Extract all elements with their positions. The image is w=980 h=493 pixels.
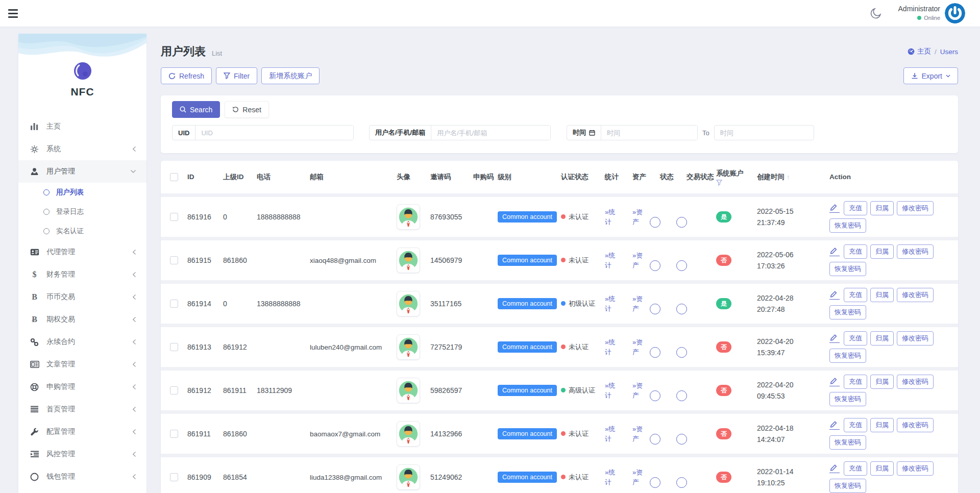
sidebar-item-wallet-management[interactable]: 钱包管理 (18, 465, 146, 488)
stats-link[interactable]: »统计 (605, 294, 620, 314)
action-button[interactable]: 充值 (844, 331, 867, 346)
chevron-left-icon (132, 361, 136, 367)
stats-link[interactable]: »统计 (605, 207, 620, 227)
row-checkbox[interactable] (170, 343, 178, 351)
action-button[interactable]: 归属 (870, 244, 894, 259)
action-button[interactable]: 充值 (844, 375, 867, 389)
sidebar-subitem-user-list[interactable]: 用户列表 (18, 183, 146, 202)
assets-link[interactable]: »资产 (632, 381, 648, 401)
action-button[interactable]: 归属 (870, 375, 894, 389)
time-start-input[interactable] (601, 126, 698, 140)
action-button[interactable]: 归属 (870, 288, 894, 302)
sidebar-item-spot-trading[interactable]: B 币币交易 (18, 286, 146, 308)
action-button[interactable]: 充值 (844, 461, 867, 476)
row-checkbox[interactable] (170, 256, 178, 264)
action-button[interactable]: 修改密码 (897, 461, 934, 476)
sidebar-item-system[interactable]: 系统 (18, 138, 146, 160)
sidebar-item-risk-management[interactable]: 风控管理 (18, 443, 146, 465)
row-checkbox[interactable] (170, 473, 178, 481)
user-info[interactable]: Administrator Online (889, 4, 940, 22)
action-button[interactable]: 充值 (844, 201, 867, 215)
col-header-avatar: 头像 (397, 172, 430, 182)
assets-link[interactable]: »资产 (632, 424, 648, 444)
action-button[interactable]: 充值 (844, 288, 867, 302)
action-button[interactable]: 恢复密码 (829, 305, 866, 319)
sidebar-item-user-management[interactable]: 用户管理 (18, 160, 146, 183)
uid-input[interactable] (195, 126, 353, 140)
cell-email: liuda12388@gmail.com (310, 474, 397, 481)
stats-link[interactable]: »统计 (605, 381, 620, 401)
action-button[interactable]: 恢复密码 (829, 218, 866, 233)
action-button[interactable]: 充值 (844, 244, 867, 259)
search-button[interactable]: Search (172, 101, 220, 118)
row-checkbox[interactable] (170, 386, 178, 395)
assets-link[interactable]: »资产 (632, 294, 648, 314)
action-button[interactable]: 恢复密码 (829, 262, 866, 276)
sidebar-item-label: 主页 (46, 122, 61, 131)
assets-link[interactable]: »资产 (632, 337, 648, 357)
edit-pencil-icon[interactable] (829, 290, 840, 300)
sidebar-item-options-trading[interactable]: Ƀ 期权交易 (18, 308, 146, 331)
action-button[interactable]: 归属 (870, 461, 894, 476)
hamburger-menu-icon[interactable] (8, 7, 19, 19)
sidebar-subitem-kyc[interactable]: 实名认证 (18, 221, 146, 241)
row-checkbox[interactable] (170, 300, 178, 308)
breadcrumb-home[interactable]: 主页 (908, 47, 931, 56)
sidebar-item-article-management[interactable]: 文章管理 (18, 353, 146, 376)
reset-button[interactable]: Reset (225, 101, 269, 118)
sidebar-item-home[interactable]: 主页 (18, 115, 146, 138)
stats-link[interactable]: »统计 (605, 424, 620, 444)
sidebar-item-homepage-management[interactable]: 首页管理 (18, 398, 146, 421)
edit-pencil-icon[interactable] (829, 334, 840, 343)
edit-pencil-icon[interactable] (829, 247, 840, 256)
edit-pencil-icon[interactable] (829, 204, 840, 213)
col-header-created[interactable]: 创建时间↑ (757, 172, 829, 182)
logo-text: NFC (18, 86, 146, 98)
edit-pencil-icon[interactable] (829, 421, 840, 430)
action-button[interactable]: 修改密码 (897, 331, 934, 346)
action-button[interactable]: 恢复密码 (829, 392, 866, 406)
export-button[interactable]: Export (903, 67, 958, 84)
row-checkbox[interactable] (170, 213, 178, 221)
action-button[interactable]: 归属 (870, 418, 894, 432)
sidebar-item-agent-management[interactable]: 代理管理 (18, 241, 146, 263)
action-button[interactable]: 修改密码 (897, 418, 934, 432)
refresh-button[interactable]: Refresh (161, 67, 212, 84)
sidebar-item-config-management[interactable]: 配置管理 (18, 421, 146, 443)
edit-pencil-icon[interactable] (829, 464, 840, 473)
stats-link[interactable]: »统计 (605, 467, 620, 487)
action-button[interactable]: 修改密码 (897, 288, 934, 302)
assets-link[interactable]: »资产 (632, 207, 648, 227)
row-checkbox[interactable] (170, 430, 178, 438)
select-all-checkbox[interactable] (170, 173, 178, 181)
username-phone-email-input[interactable] (431, 126, 550, 140)
action-button[interactable]: 修改密码 (897, 244, 934, 259)
dark-mode-moon-icon[interactable] (869, 7, 883, 20)
time-end-input[interactable] (714, 125, 814, 140)
person-avatar-icon (398, 250, 419, 270)
chevron-left-icon (132, 316, 136, 323)
edit-pencil-icon[interactable] (829, 377, 840, 386)
stats-link[interactable]: »统计 (605, 251, 620, 270)
action-button[interactable]: 充值 (844, 418, 867, 432)
action-button[interactable]: 归属 (870, 331, 894, 346)
column-filter-icon[interactable] (716, 180, 722, 186)
breadcrumb-current[interactable]: Users (940, 48, 958, 56)
stats-link[interactable]: »统计 (605, 337, 620, 357)
action-button[interactable]: 恢复密码 (829, 435, 866, 450)
action-button[interactable]: 恢复密码 (829, 349, 866, 363)
user-avatar[interactable] (945, 3, 965, 23)
sidebar-item-subscription-management[interactable]: 申购管理 (18, 376, 146, 398)
sidebar-subitem-login-log[interactable]: 登录日志 (18, 202, 146, 221)
person-avatar-icon (398, 380, 419, 401)
sidebar-item-finance-management[interactable]: $ 财务管理 (18, 263, 146, 286)
filter-button[interactable]: Filter (216, 67, 257, 84)
action-button[interactable]: 归属 (870, 201, 894, 215)
sidebar-item-perpetual-contracts[interactable]: 永续合约 (18, 331, 146, 353)
assets-link[interactable]: »资产 (632, 467, 648, 487)
assets-link[interactable]: »资产 (632, 251, 648, 270)
add-system-account-button[interactable]: 新增系统账户 (261, 67, 320, 84)
action-button[interactable]: 修改密码 (897, 375, 934, 389)
action-button[interactable]: 恢复密码 (829, 479, 866, 493)
action-button[interactable]: 修改密码 (897, 201, 934, 215)
